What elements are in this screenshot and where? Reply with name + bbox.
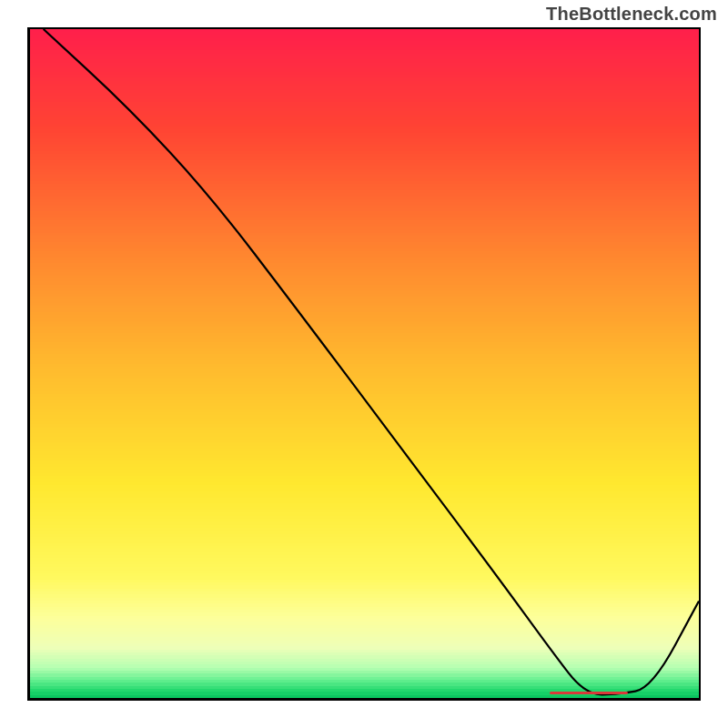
line-layer <box>30 29 699 698</box>
bottleneck-curve <box>44 29 699 694</box>
plot-area <box>27 27 701 701</box>
watermark-text: TheBottleneck.com <box>546 4 717 25</box>
chart-container: TheBottleneck.com <box>0 0 728 728</box>
